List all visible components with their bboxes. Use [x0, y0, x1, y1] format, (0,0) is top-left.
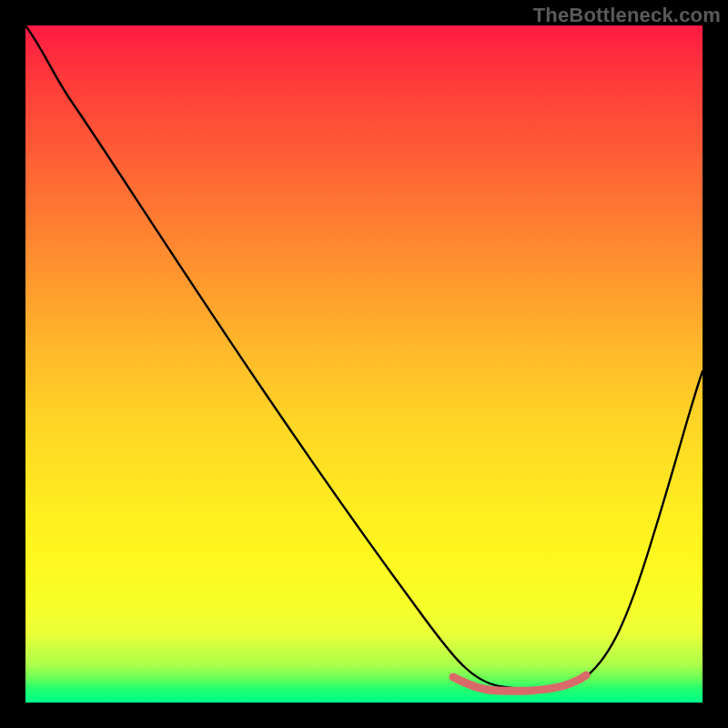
chart-stage: TheBottleneck.com [0, 0, 728, 728]
chart-svg [25, 25, 703, 703]
series-trough-highlight [453, 675, 586, 691]
chart-plot-area [25, 25, 703, 703]
watermark-text: TheBottleneck.com [533, 4, 721, 27]
series-curve [25, 25, 703, 689]
